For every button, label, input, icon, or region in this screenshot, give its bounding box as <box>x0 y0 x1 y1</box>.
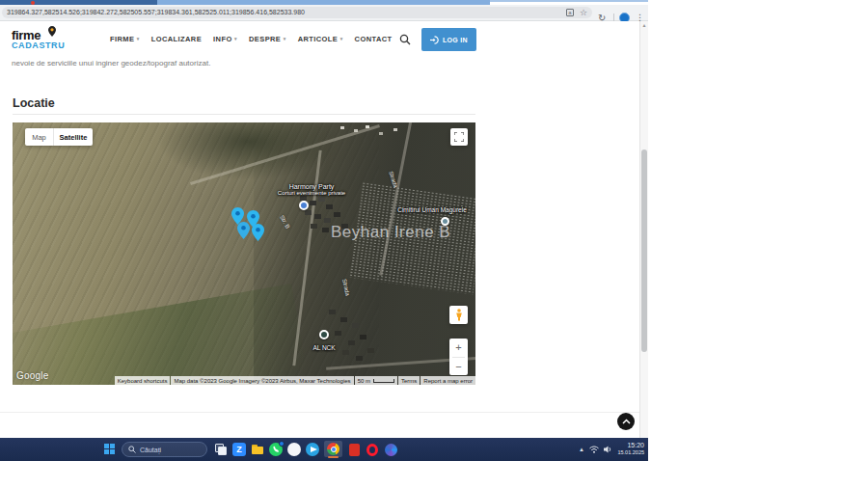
nav-localizare[interactable]: LOCALIZARE <box>151 35 202 43</box>
tray-chevron-icon[interactable]: ▲ <box>579 447 584 452</box>
chrome-taskbar-button[interactable] <box>324 441 342 457</box>
taskbar-search[interactable]: Căutați <box>122 442 207 457</box>
report-map-error-link[interactable]: Report a map error <box>420 376 475 385</box>
poi-marker-cemetery[interactable] <box>441 217 449 226</box>
system-tray: ▲ <box>579 438 612 461</box>
active-app-indicator <box>328 456 339 458</box>
zoom-app-icon[interactable]: Z <box>232 443 246 456</box>
google-logo[interactable]: Google <box>16 370 48 381</box>
start-button[interactable] <box>104 444 116 455</box>
satellite-button[interactable]: Satellite <box>54 128 93 146</box>
map-scale: 50 m <box>355 376 397 385</box>
whatsapp-icon[interactable] <box>269 443 283 456</box>
chevron-up-icon <box>622 419 631 424</box>
telegram-icon[interactable] <box>306 443 319 456</box>
nav-contact[interactable]: CONTACT <box>355 35 393 43</box>
search-icon <box>128 446 136 453</box>
login-arrow-icon <box>430 36 439 44</box>
poi-marker-harmony-party[interactable] <box>299 201 309 210</box>
section-title-locatie: Locatie <box>13 96 55 110</box>
zoom-out-button[interactable]: − <box>449 358 468 376</box>
logo-cadastru[interactable]: CADASTRU <box>12 41 65 50</box>
volume-icon[interactable] <box>604 446 612 453</box>
red-app-icon[interactable] <box>347 443 361 456</box>
translate-icon[interactable]: a <box>566 9 574 16</box>
page-scrollbar[interactable]: ▲ <box>639 21 648 438</box>
map-business-label: Beyhan Irene B <box>331 223 450 242</box>
taskbar-search-label: Căutați <box>140 447 161 453</box>
paper-plane-icon <box>311 447 317 452</box>
map-data-attribution: Map data ©2023 Google Imagery ©2023 Airb… <box>171 376 353 385</box>
terms-link[interactable]: Terms <box>398 376 420 385</box>
intro-paragraph: nevoie de serviciile unui inginer geodez… <box>12 59 210 68</box>
map-button[interactable]: Map <box>25 128 54 146</box>
zoom-in-button[interactable]: + <box>449 339 468 357</box>
chevron-down-icon: ▾ <box>284 36 286 41</box>
file-explorer-icon[interactable] <box>251 443 264 456</box>
scale-bar <box>373 379 394 383</box>
address-bar[interactable]: 319864.327,582514.526;319842.272,582505.… <box>2 7 592 18</box>
messenger-icon[interactable] <box>287 443 301 456</box>
pegman-icon <box>455 309 463 321</box>
desktop-screenshot: 319864.327,582514.526;319842.272,582505.… <box>0 0 868 488</box>
poi-label-harmony-party[interactable]: Harmony Party Corturi evenimente private <box>249 183 374 196</box>
nav-info[interactable]: INFO ▾ <box>213 35 237 43</box>
scrollbar-up-icon[interactable]: ▲ <box>640 22 648 28</box>
blue-swirl-app-icon[interactable] <box>384 443 397 456</box>
notification-badge <box>279 441 285 447</box>
footer-divider <box>0 412 639 413</box>
clock-time: 15:20 <box>615 442 644 449</box>
chevron-down-icon: ▾ <box>137 36 140 41</box>
poi-label-alnck[interactable]: AL NCK <box>300 344 348 351</box>
parcel-pin-icon[interactable] <box>252 224 264 241</box>
map-type-control: Map Satellite <box>25 128 93 146</box>
light-structures <box>340 126 344 129</box>
poi-marker-alnck[interactable] <box>319 330 329 339</box>
browser-toolbar: 319864.327,582514.526;319842.272,582505.… <box>0 5 648 21</box>
zoom-control: + − <box>449 339 468 375</box>
nav-firme[interactable]: FIRME ▾ <box>110 35 140 43</box>
poi-label-cemetery[interactable]: Cimitirul Uman Magurele <box>379 206 475 213</box>
search-icon[interactable] <box>399 34 411 45</box>
chrome-icon <box>327 443 339 455</box>
taskbar-clock[interactable]: 15:20 15.01.2025 <box>615 442 644 456</box>
clock-date: 15.01.2025 <box>615 449 644 456</box>
section-divider <box>13 114 475 115</box>
phone-icon <box>272 446 280 453</box>
nav-articole[interactable]: ARTICOLE ▾ <box>298 35 343 43</box>
chevron-down-icon: ▾ <box>234 36 237 41</box>
fullscreen-icon <box>454 132 464 142</box>
site-header: firme CADASTRU FIRME ▾ LOCALIZARE INFO ▾… <box>0 21 639 58</box>
main-nav: FIRME ▾ LOCALIZARE INFO ▾ DESPRE ▾ ARTIC… <box>110 35 393 43</box>
nav-despre[interactable]: DESPRE ▾ <box>249 35 286 43</box>
keyboard-shortcuts-link[interactable]: Keyboard shortcuts <box>115 376 171 385</box>
url-text[interactable]: 319864.327,582514.526;319842.272,582505.… <box>7 7 561 18</box>
parcel-pin-icon[interactable] <box>237 222 250 239</box>
scroll-to-top-button[interactable] <box>617 413 635 430</box>
bookmark-star-icon[interactable]: ☆ <box>580 7 587 18</box>
google-map-embed[interactable]: Strada Str. B Strada Beyhan Irene B Harm… <box>13 122 475 385</box>
fullscreen-button[interactable] <box>450 128 468 146</box>
wifi-icon[interactable] <box>589 446 599 453</box>
map-attribution: Keyboard shortcuts Map data ©2023 Google… <box>114 376 475 385</box>
scrollbar-thumb[interactable] <box>641 149 647 352</box>
login-label: LOG IN <box>443 37 468 43</box>
task-view-button[interactable] <box>214 443 228 456</box>
chevron-down-icon: ▾ <box>340 36 343 41</box>
opera-icon[interactable] <box>366 443 379 456</box>
login-button[interactable]: LOG IN <box>421 28 476 51</box>
logo-pin-icon <box>48 26 56 37</box>
taskbar-icons: Z <box>214 442 397 457</box>
browser-window: 319864.327,582514.526;319842.272,582505.… <box>0 0 648 461</box>
pegman-button[interactable] <box>449 306 468 324</box>
windows-taskbar: Căutați Z ▲ <box>0 438 648 461</box>
